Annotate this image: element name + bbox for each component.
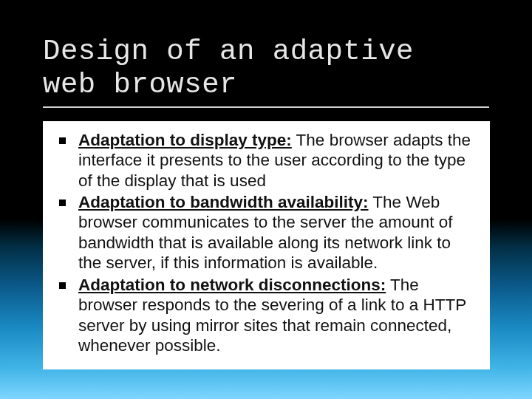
list-item: Adaptation to network disconnections: Th… bbox=[52, 275, 477, 356]
content-block: Adaptation to display type: The browser … bbox=[43, 121, 490, 369]
list-item: Adaptation to bandwidth availability: Th… bbox=[52, 192, 477, 273]
slide-title: Design of an adaptive web browser bbox=[43, 35, 489, 102]
title-rule bbox=[43, 106, 489, 108]
list-item: Adaptation to display type: The browser … bbox=[52, 130, 477, 191]
slide: Design of an adaptive web browser Adapta… bbox=[0, 0, 532, 399]
bullet-lead: Adaptation to display type: bbox=[78, 131, 292, 149]
bullet-lead: Adaptation to network disconnections: bbox=[78, 276, 386, 294]
bullet-list: Adaptation to display type: The browser … bbox=[49, 130, 477, 356]
bullet-lead: Adaptation to bandwidth availability: bbox=[78, 193, 369, 211]
